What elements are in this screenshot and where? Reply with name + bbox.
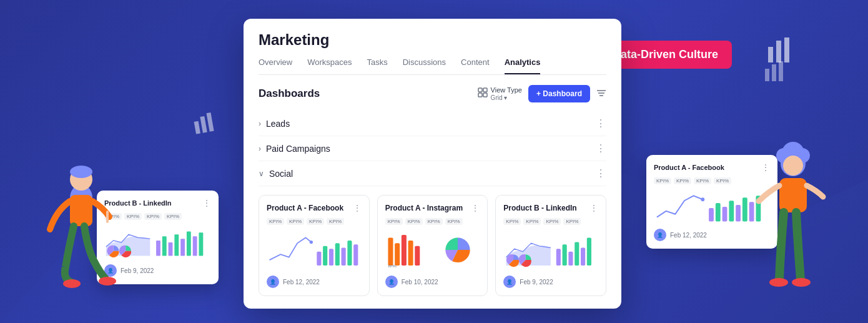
floating-left-menu[interactable]: ⋮ <box>202 198 211 208</box>
svg-rect-12 <box>483 88 487 92</box>
svg-rect-5 <box>765 69 769 81</box>
nav-tabs: Overview Workspaces Tasks Discussions Co… <box>259 57 606 75</box>
floating-left-date: Feb 9, 2022 <box>121 267 154 274</box>
svg-rect-44 <box>162 236 167 256</box>
svg-rect-8 <box>194 121 200 134</box>
svg-rect-6 <box>772 64 776 81</box>
card-instagram-footer: 👤 Feb 10, 2022 <box>385 276 480 288</box>
card-instagram-menu[interactable]: ⋮ <box>471 203 480 213</box>
card-facebook-date: Feb 12, 2022 <box>283 279 320 286</box>
accordion-paid-campaigns: › Paid Campaigns ⋮ <box>259 136 606 161</box>
card-header: Marketing Overview Workspaces Tasks Disc… <box>244 19 621 75</box>
paid-campaigns-label: Paid Campaigns <box>266 144 330 154</box>
svg-rect-36 <box>563 244 567 266</box>
filter-icon[interactable] <box>596 88 606 100</box>
svg-rect-35 <box>556 249 561 266</box>
tab-overview[interactable]: Overview <box>259 57 292 74</box>
card-linkedin-chart <box>503 230 598 271</box>
svg-rect-22 <box>335 243 340 266</box>
card-facebook-avatar: 👤 <box>267 276 279 288</box>
page-title: Marketing <box>259 31 606 49</box>
svg-rect-21 <box>329 249 333 266</box>
card-body: Dashboards View Type Grid <box>244 75 621 309</box>
svg-rect-48 <box>187 231 191 256</box>
card-facebook-menu[interactable]: ⋮ <box>353 203 362 213</box>
svg-rect-7 <box>779 61 783 81</box>
card-instagram-avatar: 👤 <box>385 276 398 288</box>
tab-workspaces[interactable]: Workspaces <box>307 57 352 74</box>
svg-rect-56 <box>736 205 741 221</box>
card-linkedin-menu[interactable]: ⋮ <box>589 203 598 213</box>
svg-point-51 <box>701 197 704 201</box>
svg-rect-26 <box>388 237 393 266</box>
chevron-right-icon-2: › <box>259 144 261 153</box>
svg-rect-40 <box>587 237 591 266</box>
svg-text:KPI%: KPI% <box>388 264 397 268</box>
svg-rect-63 <box>70 195 92 226</box>
floating-right-title: Product A - Facebook <box>654 164 724 171</box>
accordion-leads: › Leads ⋮ <box>259 111 606 136</box>
card-instagram-kpi-row: KPI% KPI% KPI% KPI% <box>385 218 480 225</box>
svg-rect-66 <box>106 211 109 223</box>
svg-rect-27 <box>395 243 400 266</box>
svg-point-62 <box>70 166 92 178</box>
svg-rect-38 <box>575 242 579 266</box>
svg-rect-37 <box>569 252 573 266</box>
svg-rect-24 <box>347 241 352 266</box>
svg-rect-49 <box>193 236 197 256</box>
svg-rect-43 <box>156 241 160 256</box>
svg-rect-29 <box>408 241 413 266</box>
social-menu-icon[interactable]: ⋮ <box>596 167 606 179</box>
svg-rect-20 <box>323 246 327 266</box>
view-type-control[interactable]: View Type Grid ▾ <box>478 86 522 101</box>
svg-rect-10 <box>207 112 214 132</box>
view-type-label: View Type <box>491 86 522 94</box>
svg-rect-19 <box>317 252 321 266</box>
dashboards-header: Dashboards View Type Grid <box>259 85 606 102</box>
view-type-text: View Type Grid ▾ <box>491 86 522 101</box>
svg-rect-55 <box>729 201 734 221</box>
add-dashboard-button[interactable]: + Dashboard <box>528 85 590 102</box>
leads-menu-icon[interactable]: ⋮ <box>596 117 606 129</box>
card-facebook-footer: 👤 Feb 12, 2022 <box>267 276 362 288</box>
bar-chart-icon-tr2 <box>763 59 787 87</box>
card-facebook-kpi-row: KPI% KPI% KPI% KPI% <box>267 218 362 225</box>
tab-analytics[interactable]: Analytics <box>505 57 541 74</box>
bar-chart-icon-left <box>192 111 219 141</box>
figure-right <box>743 123 843 323</box>
svg-rect-53 <box>716 203 721 221</box>
card-facebook-chart <box>267 230 362 271</box>
svg-rect-54 <box>723 207 727 221</box>
chevron-down-icon: ▾ <box>504 94 507 101</box>
paid-campaigns-menu-icon[interactable]: ⋮ <box>596 142 606 154</box>
dashboard-cards-grid: Product A - Facebook ⋮ KPI% KPI% KPI% KP… <box>259 195 606 296</box>
svg-rect-14 <box>483 93 487 97</box>
card-linkedin-footer: 👤 Feb 9, 2022 <box>503 276 598 288</box>
tab-content[interactable]: Content <box>461 57 490 74</box>
dashboards-title: Dashboards <box>259 87 320 100</box>
figure-left <box>37 136 125 323</box>
accordion-social: ∨ Social ⋮ <box>259 161 606 186</box>
dashboard-card-linkedin: Product B - LinkedIn ⋮ KPI% KPI% KPI% KP… <box>495 195 606 296</box>
chevron-right-icon: › <box>259 119 261 128</box>
svg-rect-45 <box>169 242 173 256</box>
card-linkedin-kpi-row: KPI% KPI% KPI% KPI% <box>503 218 598 225</box>
svg-rect-9 <box>200 116 207 133</box>
tab-discussions[interactable]: Discussions <box>403 57 446 74</box>
floating-right-date: Feb 12, 2022 <box>670 232 707 239</box>
svg-point-18 <box>310 241 313 244</box>
dashboard-card-facebook: Product A - Facebook ⋮ KPI% KPI% KPI% KP… <box>259 195 370 296</box>
tab-tasks[interactable]: Tasks <box>367 57 387 74</box>
main-card: Marketing Overview Workspaces Tasks Disc… <box>244 19 621 309</box>
grid-icon <box>478 87 488 100</box>
dashboard-card-instagram: Product A - Instagram ⋮ KPI% KPI% KPI% K… <box>377 195 488 296</box>
svg-point-71 <box>783 156 803 176</box>
svg-rect-46 <box>174 234 179 256</box>
svg-rect-4 <box>784 37 789 62</box>
svg-rect-39 <box>581 247 585 266</box>
card-linkedin-avatar: 👤 <box>503 276 516 288</box>
svg-rect-11 <box>478 88 482 92</box>
svg-rect-30 <box>415 246 420 266</box>
card-linkedin-title: Product B - LinkedIn <box>503 204 576 212</box>
floating-right-avatar: 👤 <box>654 229 666 241</box>
